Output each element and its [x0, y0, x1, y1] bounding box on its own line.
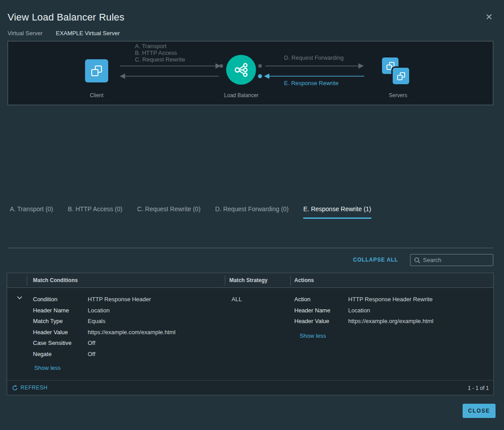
servers-label: Servers — [374, 92, 423, 98]
load-balancer-diagram: Client Load Balancer Servers A. Transpor… — [8, 41, 493, 105]
col-actions: Actions — [294, 277, 314, 283]
action-label: Action — [294, 296, 310, 303]
refresh-icon — [12, 385, 18, 391]
mc-case-sensitive-value: Off — [88, 340, 95, 346]
mc-header-name-label: Header Name — [33, 307, 69, 314]
flow-label-http-access: B. HTTP Access — [135, 49, 185, 56]
request-flow-labels: A. Transport B. HTTP Access C. Request R… — [135, 43, 185, 63]
table-header: Match Conditions Match Strategy Actions — [7, 273, 493, 288]
rules-table: Match Conditions Match Strategy Actions … — [7, 273, 494, 395]
tab-request-rewrite[interactable]: C. Request Rewrite (0) — [137, 205, 200, 219]
action-header-name-value: Location — [348, 307, 370, 314]
client-label: Client — [72, 92, 121, 98]
subtitle-label: Virtual Server — [8, 30, 43, 37]
mc-condition-value: HTTP Response Header — [88, 296, 151, 303]
tab-transport[interactable]: A. Transport (0) — [10, 205, 53, 219]
table-footer: REFRESH 1 - 1 of 1 — [7, 380, 493, 395]
tab-request-forwarding[interactable]: D. Request Forwarding (0) — [215, 205, 289, 219]
breadcrumb: Virtual Server EXAMPLE Virtual Server — [8, 30, 120, 37]
action-value: HTTP Response Header Rewrite — [348, 296, 433, 303]
col-match-strategy: Match Strategy — [229, 277, 268, 283]
load-balancer-label: Load Balancer — [217, 92, 266, 98]
mc-negate-label: Negate — [33, 351, 52, 357]
load-balancer-icon — [226, 55, 256, 85]
action-header-name-label: Header Name — [294, 307, 330, 314]
close-button[interactable]: CLOSE — [463, 404, 496, 418]
search-input[interactable] — [423, 257, 489, 263]
subtitle-value: EXAMPLE Virtual Server — [56, 30, 120, 37]
mc-condition-label: Condition — [33, 296, 57, 303]
servers-icon — [393, 68, 409, 84]
column-divider — [225, 275, 225, 286]
action-header-value-value: https://example.org/example.html — [348, 318, 433, 324]
flow-label-request-rewrite: C. Request Rewrite — [135, 56, 185, 63]
flow-label-response-rewrite: E. Response Rewrite — [284, 80, 338, 86]
match-strategy-value: ALL — [232, 296, 242, 303]
tab-response-rewrite[interactable]: E. Response Rewrite (1) — [303, 205, 371, 219]
collapse-all-button[interactable]: COLLAPSE ALL — [353, 257, 398, 263]
flow-label-transport: A. Transport — [135, 43, 185, 49]
mc-header-name-value: Location — [88, 307, 110, 314]
close-icon[interactable]: ✕ — [485, 12, 493, 21]
mc-match-type-label: Match Type — [33, 318, 63, 324]
tab-http-access[interactable]: B. HTTP Access (0) — [68, 205, 122, 219]
flow-label-request-forwarding: D. Request Forwarding — [284, 54, 344, 61]
search-box[interactable] — [410, 254, 493, 266]
match-conditions-show-less-link[interactable]: Show less — [34, 364, 61, 371]
rule-tabs: A. Transport (0) B. HTTP Access (0) C. R… — [10, 205, 371, 219]
mc-case-sensitive-label: Case Sensitive — [33, 340, 72, 346]
mc-header-value-value: https://example.com/example.html — [88, 329, 175, 336]
chevron-down-icon[interactable] — [17, 294, 22, 301]
action-header-value-label: Header Value — [294, 318, 329, 324]
mc-negate-value: Off — [88, 351, 95, 357]
column-divider — [27, 275, 27, 286]
page-title: View Load Balancer Rules — [8, 12, 124, 23]
table-row: Condition HTTP Response Header Header Na… — [7, 288, 493, 380]
search-icon — [414, 257, 420, 263]
section-divider — [8, 248, 493, 248]
client-icon — [85, 59, 108, 82]
refresh-button[interactable]: REFRESH — [12, 385, 48, 391]
column-divider — [290, 275, 291, 286]
col-match-conditions: Match Conditions — [33, 277, 78, 283]
mc-header-value-label: Header Value — [33, 329, 68, 336]
refresh-label: REFRESH — [20, 385, 48, 391]
pagination-info: 1 - 1 of 1 — [468, 385, 489, 391]
actions-show-less-link[interactable]: Show less — [300, 332, 326, 339]
mc-match-type-value: Equals — [88, 318, 106, 324]
